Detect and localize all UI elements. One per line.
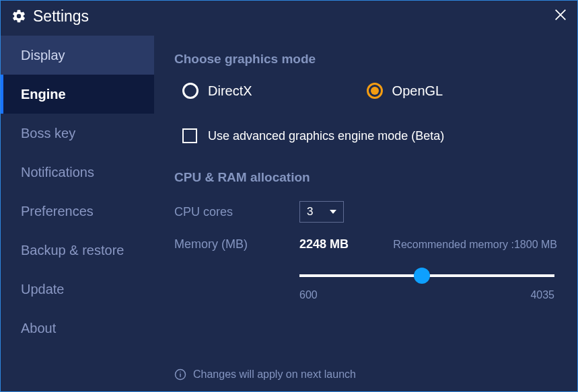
sidebar-item-boss-key[interactable]: Boss key <box>1 114 154 153</box>
slider-max-label: 4035 <box>530 289 554 301</box>
sidebar-item-preferences[interactable]: Preferences <box>1 192 154 231</box>
cpu-cores-value: 3 <box>307 205 313 219</box>
checkbox-icon <box>182 128 197 143</box>
checkbox-label: Use advanced graphics engine mode (Beta) <box>208 129 444 143</box>
radio-icon <box>367 83 383 99</box>
chevron-down-icon <box>330 205 336 219</box>
sidebar: Display Engine Boss key Notifications Pr… <box>1 32 154 391</box>
graphics-mode-options: DirectX OpenGL <box>182 83 557 99</box>
window-title: Settings <box>33 7 89 26</box>
radio-opengl[interactable]: OpenGL <box>367 83 443 99</box>
memory-label: Memory (MB) <box>174 237 299 251</box>
footer-note-text: Changes will apply on next launch <box>193 368 356 381</box>
footer-note: Changes will apply on next launch <box>174 356 557 381</box>
titlebar: Settings <box>1 1 577 32</box>
memory-value: 2248 MB <box>299 237 387 251</box>
radio-directx[interactable]: DirectX <box>182 83 252 99</box>
slider-thumb[interactable] <box>414 268 430 284</box>
sidebar-item-engine[interactable]: Engine <box>1 75 154 114</box>
content-pane: Choose graphics mode DirectX OpenGL Use … <box>154 32 577 391</box>
sidebar-item-notifications[interactable]: Notifications <box>1 153 154 192</box>
memory-slider[interactable]: 600 4035 <box>299 266 554 304</box>
sidebar-item-display[interactable]: Display <box>1 36 154 75</box>
slider-min-label: 600 <box>299 289 318 301</box>
svg-point-2 <box>180 372 181 373</box>
cpu-cores-select[interactable]: 3 <box>299 201 344 223</box>
cpu-cores-label: CPU cores <box>174 205 299 219</box>
sidebar-item-update[interactable]: Update <box>1 270 154 309</box>
radio-label: DirectX <box>208 83 252 99</box>
allocation-heading: CPU & RAM allocation <box>174 170 557 185</box>
gear-icon <box>11 9 26 24</box>
close-icon[interactable] <box>553 7 568 25</box>
graphics-mode-heading: Choose graphics mode <box>174 52 557 67</box>
radio-label: OpenGL <box>392 83 443 99</box>
info-icon <box>174 368 186 381</box>
advanced-graphics-checkbox[interactable]: Use advanced graphics engine mode (Beta) <box>182 128 557 143</box>
radio-icon <box>182 83 198 99</box>
sidebar-item-backup-restore[interactable]: Backup & restore <box>1 231 154 270</box>
memory-recommended: Recommended memory :1800 MB <box>393 239 557 251</box>
sidebar-item-about[interactable]: About <box>1 309 154 348</box>
